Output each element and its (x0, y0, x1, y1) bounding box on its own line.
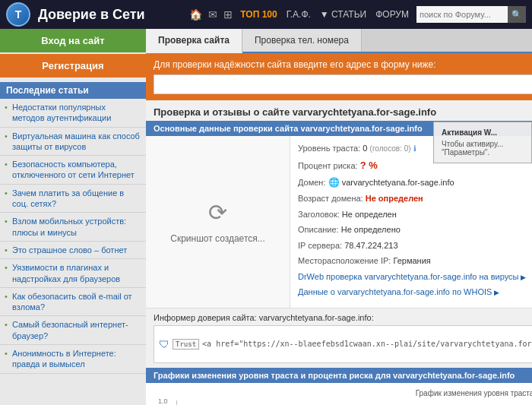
search-input[interactable] (416, 6, 508, 23)
graph-title: График изменения уровня траста для varva… (154, 389, 532, 397)
nav-icons-area: 🏠 ✉ ⊞ (189, 8, 233, 21)
grid-icon[interactable]: ⊞ (223, 8, 233, 21)
percent-value: ? % (360, 160, 378, 171)
domain-value: varvarychtetyana.for-sage.info (342, 178, 454, 187)
description-value: Не определено (341, 225, 401, 234)
trust-votes: (голосов: 0) (370, 144, 411, 153)
age-label: Возраст домена: (298, 194, 363, 203)
sidebar-article-5[interactable]: Это страшное слово – ботнет (0, 242, 146, 259)
location-value: Германия (393, 256, 430, 265)
nav-forum[interactable]: ФОРУМ (375, 9, 409, 20)
graph-section: Графики изменения уровня траста и процен… (146, 368, 532, 406)
home-icon[interactable]: 🏠 (189, 8, 202, 21)
nav-top100[interactable]: ТОП 100 (240, 9, 277, 20)
sidebar-article-4[interactable]: Взлом мобильных устройств: плюсы и минус… (0, 213, 146, 242)
win-activation-text: Чтобы активиру... "Параметры". (442, 140, 524, 157)
description-row: Описание: Не определено (298, 223, 532, 236)
whois-link[interactable]: Данные о varvarychtetyana.for-sage.info … (298, 287, 499, 296)
header-label: Заголовок: (298, 210, 340, 219)
sidebar-article-6[interactable]: Уязвимости в плагинах и надстройках для … (0, 259, 146, 288)
check-form-row: ПРОВЕРКА САЙТА (154, 74, 532, 94)
trust-level-label: Уровень траста: (298, 144, 360, 153)
layout: Вход на сайт Регистрация Последние стать… (0, 29, 532, 405)
sidebar-article-7[interactable]: Как обезопасить свой e-mail от взлома? (0, 288, 146, 317)
screenshot-spinner: ⟳ Скриншот создается... (170, 199, 265, 244)
drweb-link[interactable]: DrWeb проверка varvarychtetyana.for-sage… (298, 272, 526, 281)
graph-header: Графики изменения уровня траста и процен… (146, 368, 532, 383)
trust-level-value: 0 (363, 144, 367, 153)
ip-value: 78.47.224.213 (344, 241, 397, 250)
login-button[interactable]: Вход на сайт (0, 29, 146, 52)
domain-label: Домен: (298, 178, 326, 187)
search-box: 🔍 (416, 6, 526, 23)
sidebar-article-1[interactable]: Виртуальная машина как способ защиты от … (0, 128, 146, 157)
trust-badge: Trust (173, 339, 199, 350)
graph-area: График изменения уровня траста для varva… (146, 383, 532, 406)
screenshot-text: Скриншот создается... (170, 233, 265, 244)
domain-row: Домен: 🌐 varvarychtetyana.for-sage.info (298, 176, 532, 189)
percent-label: Процент риска: (298, 161, 358, 170)
tab-check-site[interactable]: Проверка сайта (146, 29, 242, 53)
informer-code[interactable]: <a href="https://xn--blaeefebsd1cwaan.xn… (202, 340, 532, 348)
sidebar-article-9[interactable]: Анонимность в Интернете: правда и вымысе… (0, 345, 146, 374)
sidebar-article-3[interactable]: Зачем платить за общение в соц. сетях? (0, 185, 146, 214)
informer-code-area: 🛡 Trust <a href="https://xn--blaeefebsd1… (154, 325, 532, 363)
tab-check-phone[interactable]: Проверка тел. номера (242, 29, 362, 52)
sidebar-article-2[interactable]: Безопасность компьютера, отключенного от… (0, 156, 146, 185)
check-form-area: Для проверки надёжности сайта введите ег… (146, 53, 532, 100)
register-button[interactable]: Регистрация (0, 54, 146, 78)
search-button[interactable]: 🔍 (508, 6, 526, 23)
nav-articles[interactable]: ▼ СТАТЬИ (320, 9, 366, 20)
informer-logo: 🛡 (159, 338, 169, 350)
graph-axes (176, 400, 532, 406)
windows-activation-overlay: Активация W... Чтобы активиру... "Параме… (433, 122, 532, 163)
main-content: Проверка сайта Проверка тел. номера Для … (146, 29, 532, 405)
globe-icon: 🌐 (328, 177, 340, 188)
win-activation-title: Активация W... (442, 128, 524, 137)
site-review-title: Проверка и отзывы о сайте varvarychtetya… (146, 100, 532, 121)
info-icon: ℹ (413, 144, 416, 153)
domain-age-row: Возраст домена: Не определен (298, 192, 532, 205)
location-label: Месторасположение IP: (298, 256, 391, 265)
logo: Т (6, 2, 30, 27)
graph-svg (177, 400, 532, 406)
tabs-bar: Проверка сайта Проверка тел. номера (146, 29, 532, 53)
whois-link-row: Данные о varvarychtetyana.for-sage.info … (298, 286, 532, 299)
drweb-link-row: DrWeb проверка varvarychtetyana.for-sage… (298, 271, 532, 283)
ip-label: IP сервера: (298, 241, 342, 250)
sidebar-article-8[interactable]: Самый безопасный интернет-браузер? (0, 316, 146, 345)
site-url-input[interactable] (154, 74, 532, 94)
informer-title: Информер доверия сайта: varvarychtetyana… (154, 313, 532, 322)
sidebar: Вход на сайт Регистрация Последние стать… (0, 29, 146, 405)
search-icon: 🔍 (511, 10, 522, 20)
nav-faq[interactable]: Г.А.Ф. (287, 9, 311, 20)
sidebar-articles: Недостатки популярных методов аутентифик… (0, 99, 146, 374)
sidebar-article-0[interactable]: Недостатки популярных методов аутентифик… (0, 99, 146, 128)
header-value: Не определен (342, 210, 397, 219)
graph-canvas: 1.0 0.5 0.0 (176, 400, 532, 406)
informer-section: Информер доверия сайта: varvarychtetyana… (146, 308, 532, 368)
graph-label-top: 1.0 (158, 397, 168, 405)
mail-icon[interactable]: ✉ (208, 8, 217, 21)
site-title: Доверие в Сети (38, 7, 182, 23)
header: Т Доверие в Сети 🏠 ✉ ⊞ ТОП 100 Г.А.Ф. ▼ … (0, 0, 532, 29)
loading-icon: ⟳ (208, 199, 227, 226)
description-label: Описание: (298, 225, 339, 234)
ip-row: IP сервера: 78.47.224.213 (298, 239, 532, 252)
check-form-label: Для проверки надёжности сайта введите ег… (154, 59, 532, 70)
nav-links: ТОП 100 Г.А.Ф. ▼ СТАТЬИ ФОРУМ (240, 9, 409, 20)
header-row: Заголовок: Не определен (298, 208, 532, 221)
location-row: Месторасположение IP: Германия (298, 255, 532, 267)
age-value: Не определен (366, 194, 423, 203)
logo-letter: Т (15, 8, 22, 21)
screenshot-area: ⟳ Скриншот создается... (146, 136, 290, 308)
recent-articles-title: Последние статьи (0, 82, 146, 99)
